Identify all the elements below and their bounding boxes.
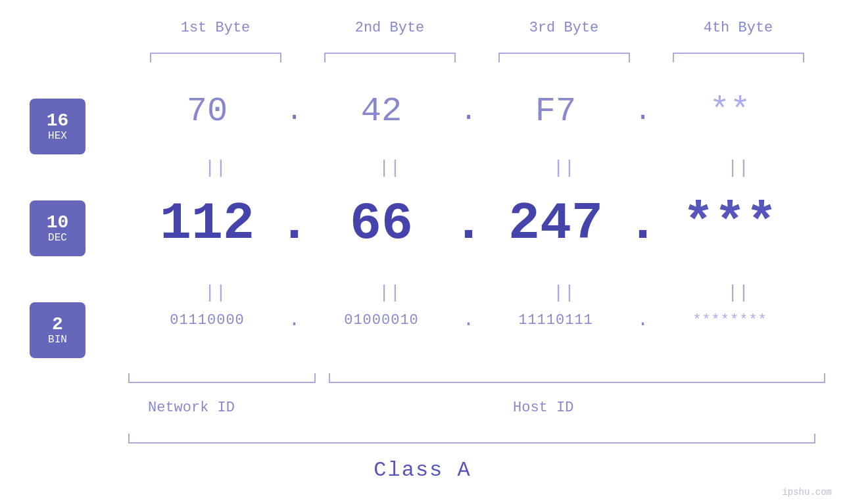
bin-cell-2: 01000010 [302,312,460,329]
bin-dot-2: . [460,309,477,331]
dec-row: 112 . 66 . 247 . *** [128,194,825,254]
badge-hex-label: HEX [48,130,67,142]
bin-cell-1: 01110000 [128,312,286,329]
eq2: || [311,158,469,178]
dec-cell-2: 66 [302,194,460,254]
bin-dot-1: . [286,309,302,331]
badge-hex-number: 16 [47,112,69,130]
bracket-top-2 [324,53,456,62]
hex-cell-3: F7 [477,92,635,131]
hex-value-4: ** [710,92,750,131]
bottom-brackets [128,373,825,383]
dec-dot-1: . [286,194,302,254]
header-byte4: 4th Byte [660,20,817,36]
dec-value-4: *** [683,194,777,254]
dec-cell-4: *** [651,194,809,254]
dec-cell-3: 247 [477,194,635,254]
hex-row: 70 . 42 . F7 . ** [128,92,825,131]
dec-value-1: 112 [160,194,254,254]
bracket-network [128,373,316,383]
bracket-top-3 [498,53,630,62]
hex-cell-2: 42 [302,92,460,131]
hex-value-1: 70 [187,92,228,131]
header-byte3: 3rd Byte [485,20,643,36]
badge-bin: 2 BIN [30,302,85,358]
main-container: 1st Byte 2nd Byte 3rd Byte 4th Byte 16 H… [0,0,845,504]
header-byte1: 1st Byte [137,20,295,36]
bin-value-2: 01000010 [344,312,419,329]
badge-dec: 10 DEC [30,200,85,256]
hex-cell-1: 70 [128,92,286,131]
eq6: || [311,283,469,303]
dec-dot-3: . [635,194,651,254]
hex-dot-2: . [460,96,477,127]
hex-value-2: 42 [361,92,402,131]
equals-dec-bin: || || || || [128,283,825,303]
dec-cell-1: 112 [128,194,286,254]
hex-value-3: F7 [535,92,576,131]
bin-value-4: ******** [692,312,767,329]
dec-value-2: 66 [350,194,413,254]
bin-cell-3: 11110111 [477,312,635,329]
big-bracket [128,434,815,444]
host-id-label: Host ID [513,400,573,416]
badge-bin-number: 2 [52,315,63,334]
bin-value-1: 01110000 [170,312,245,329]
network-id-label: Network ID [148,400,235,416]
hex-cell-4: ** [651,92,809,131]
eq1: || [137,158,295,178]
bin-row: 01110000 . 01000010 . 11110111 . *******… [128,309,825,331]
eq8: || [660,283,817,303]
eq7: || [485,283,643,303]
bin-dot-3: . [635,309,651,331]
class-label: Class A [0,458,845,482]
eq3: || [485,158,643,178]
website-label: ipshu.com [782,487,832,497]
bin-value-3: 11110111 [518,312,593,329]
hex-dot-3: . [635,96,651,127]
badge-dec-number: 10 [47,214,69,232]
header-byte2: 2nd Byte [311,20,469,36]
eq4: || [660,158,817,178]
byte-headers-row: 1st Byte 2nd Byte 3rd Byte 4th Byte [128,20,825,36]
badge-hex: 16 HEX [30,99,85,154]
bracket-top-4 [673,53,804,62]
eq5: || [137,283,295,303]
hex-dot-1: . [286,96,302,127]
badge-dec-label: DEC [48,232,67,244]
bin-cell-4: ******** [651,312,809,329]
dec-value-3: 247 [508,194,603,254]
bracket-top-1 [150,53,281,62]
equals-hex-dec: || || || || [128,158,825,178]
badge-bin-label: BIN [48,334,67,346]
dec-dot-2: . [460,194,477,254]
top-brackets [128,53,825,62]
bracket-host [329,373,825,383]
